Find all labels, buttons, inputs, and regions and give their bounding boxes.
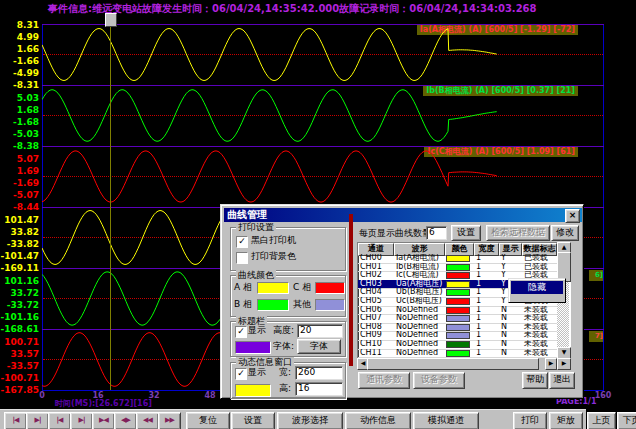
row-cell: Y [499, 254, 522, 263]
x-axis-tick-label: 48 [198, 391, 222, 400]
toolbar-button-4[interactable]: 模拟通道 [413, 412, 479, 429]
row-cell: 1 [474, 314, 499, 323]
nav-step-back-button[interactable]: ◀◀ [136, 412, 159, 429]
row-cell: N [499, 331, 522, 340]
curve-colors-title: 曲线颜色 [236, 270, 276, 280]
row-cell: Ia(A相电流) [394, 254, 445, 263]
y-axis-tick-label: 5.03 [0, 94, 39, 103]
infowin-color-swatch[interactable] [235, 384, 271, 397]
close-icon[interactable]: × [565, 209, 580, 223]
nav-last-button[interactable]: ▶| [26, 412, 49, 429]
font-button[interactable]: 字体 [297, 339, 341, 354]
titlebar-height-input[interactable]: 20 [297, 324, 343, 338]
toolbar-button-7[interactable]: 上页 [587, 412, 616, 429]
toolbar-button-2[interactable]: 波形选择 [277, 412, 343, 429]
row-cell: 未装载 [522, 314, 557, 323]
infowin-show-checkbox[interactable]: ✓ [235, 368, 247, 380]
row-cell: NoDefined [394, 314, 445, 323]
toolbar-button-6[interactable]: 矩放 [549, 412, 583, 429]
dialog-titlebar[interactable]: 曲线管理 [224, 208, 582, 222]
titlebar-show-checkbox[interactable]: ✓ [235, 326, 247, 338]
other-swatch[interactable] [315, 299, 345, 311]
row-cell: N [499, 323, 522, 332]
row-cell: 未装载 [522, 331, 557, 340]
y-axis-tick-label: 101.16 [0, 277, 39, 286]
infowin-width-input[interactable]: 260 [295, 366, 343, 380]
row-cell: CH08 [358, 323, 394, 332]
row-cell: Y [499, 263, 522, 272]
info-window-group: 动态信息窗口 ✓ 显示 宽: 260 高: 16 [230, 362, 346, 399]
exit-button[interactable]: 退出 [549, 372, 575, 389]
row-cell: 1 [474, 323, 499, 332]
row-cell: CH03 [358, 280, 394, 289]
table-row-CH11[interactable]: CH11NoDefined1N未装载 [358, 349, 557, 359]
nav-first-button[interactable]: |◀ [4, 412, 27, 429]
device-params-button[interactable]: 设备参数 [413, 372, 465, 389]
y-axis-tick-label: -168.61 [0, 325, 39, 334]
bw-printer-checkbox[interactable]: ✓ [236, 236, 248, 248]
color-swatch [446, 255, 470, 262]
row-cell: CH04 [358, 288, 394, 297]
table-hscrollbar[interactable]: ◀ ▶ ▶ [357, 358, 569, 368]
phase-a-swatch[interactable] [257, 282, 289, 294]
set-count-button[interactable]: 设置 [451, 225, 481, 241]
row-cell: 未装载 [522, 323, 557, 332]
y-axis-tick-label: -100.71 [0, 374, 39, 383]
row-cell: CH06 [358, 306, 394, 315]
search-remote-button[interactable]: 检索远程数据 [486, 225, 550, 241]
print-bg-checkbox[interactable] [236, 252, 248, 264]
print-settings-group: 打印设置 ✓ 黑白打印机 打印背景色 [230, 227, 346, 271]
y-axis-tick-label: 1.68 [0, 106, 39, 115]
row-cell: Ib(B相电流) [394, 263, 445, 272]
waveform-trace [42, 146, 603, 207]
titlebar-color-swatch[interactable] [235, 341, 271, 354]
hscroll-corner[interactable]: ▶ [557, 358, 571, 370]
nav-next-page-marker-button[interactable]: ▶| [70, 412, 93, 429]
y-axis-tick-label: -33.82 [0, 240, 39, 249]
scroll-right-icon[interactable]: ▶ [545, 358, 557, 370]
y-axis-tick-label: -1.68 [0, 118, 39, 127]
y-axis-tick-label: 1.69 [0, 167, 39, 176]
row-cell: 未装载 [522, 306, 557, 315]
dialog-title: 曲线管理 [227, 209, 267, 220]
hscroll-thumb[interactable] [367, 358, 539, 370]
nav-prev-page-marker-button[interactable]: |◀ [48, 412, 71, 429]
infowin-height-input[interactable]: 16 [295, 382, 343, 396]
toolbar-button-5[interactable]: 打印 [513, 412, 547, 429]
y-axis-tick-label: -4.99 [0, 69, 39, 78]
print-settings-title: 打印设置 [236, 222, 276, 232]
comm-params-button[interactable]: 通讯参数 [358, 372, 410, 389]
toolbar-button-8[interactable]: 下页 [617, 412, 636, 429]
row-cell: NoDefined [394, 306, 445, 315]
color-swatch [446, 315, 470, 322]
titlebar-show-label: 显示 [248, 325, 266, 336]
waveform-trace [42, 85, 603, 146]
other-label: 其他 [293, 299, 311, 310]
toolbar-button-0[interactable]: 复位 [186, 412, 230, 429]
nav-expand-button[interactable]: ◀▶ [114, 412, 137, 429]
context-menu-item-hide[interactable]: 隐藏 [511, 281, 563, 294]
toolbar-button-1[interactable]: 设置 [231, 412, 275, 429]
modify-button[interactable]: 修改 [551, 225, 579, 241]
color-swatch [446, 289, 470, 296]
row-cell: 1 [474, 297, 499, 306]
nav-step-forward-button[interactable]: ▶▶ [158, 412, 181, 429]
per-page-input[interactable]: 6 [426, 226, 447, 240]
phase-c-swatch[interactable] [315, 282, 345, 294]
row-color-swatch [445, 323, 474, 332]
y-axis-tick-label: 8.31 [0, 21, 39, 30]
help-button[interactable]: 帮助 [522, 372, 548, 389]
row-color-swatch [445, 288, 474, 297]
color-swatch [446, 272, 470, 279]
toolbar-button-3[interactable]: 动作信息 [345, 412, 411, 429]
nav-collapse-button[interactable]: ▶◀ [92, 412, 115, 429]
y-axis-tick-label: -8.31 [0, 81, 39, 90]
y-axis-tick-label: -8.44 [0, 203, 39, 212]
color-swatch [446, 324, 470, 331]
row-color-swatch [445, 306, 474, 315]
print-bg-label: 打印背景色 [251, 251, 296, 262]
row-color-swatch [445, 254, 474, 263]
row-cell: Ub(B相电压) [394, 288, 445, 297]
phase-b-swatch[interactable] [257, 299, 289, 311]
time-cursor-handle[interactable] [105, 13, 117, 27]
